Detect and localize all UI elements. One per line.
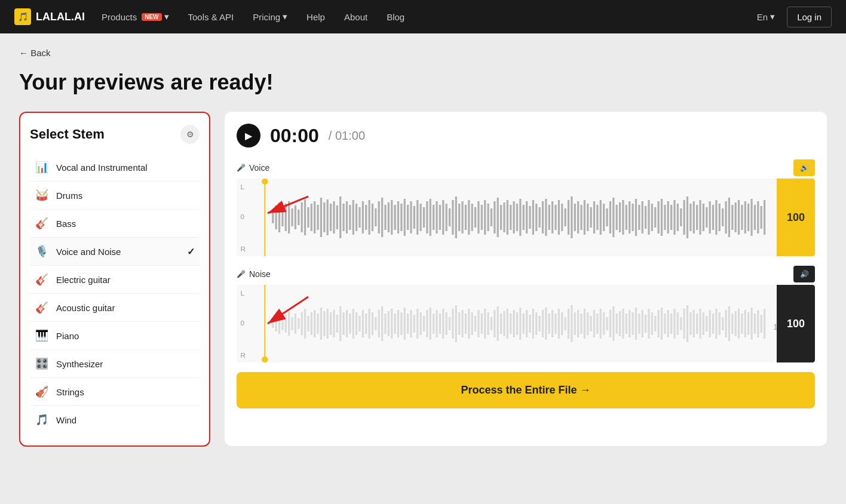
settings-icon[interactable]: ⚙ bbox=[180, 125, 200, 144]
svg-rect-166 bbox=[288, 312, 290, 336]
svg-text:0: 0 bbox=[240, 213, 244, 220]
svg-rect-190 bbox=[365, 314, 367, 334]
svg-rect-64 bbox=[477, 201, 479, 233]
svg-rect-277 bbox=[645, 315, 646, 333]
svg-rect-273 bbox=[632, 312, 633, 335]
stem-panel: Select Stem ⚙ 📊 Vocal and Instrumental 🥁… bbox=[19, 112, 210, 447]
svg-rect-119 bbox=[654, 207, 656, 228]
svg-rect-227 bbox=[484, 309, 486, 339]
volume-control-noise[interactable]: 100 bbox=[777, 285, 815, 362]
nav-blog[interactable]: Blog bbox=[379, 7, 412, 27]
stem-item-strings[interactable]: 🎻 Strings bbox=[30, 378, 200, 406]
svg-rect-3 bbox=[281, 208, 283, 226]
nav-products[interactable]: Products NEW ▾ bbox=[94, 7, 176, 27]
back-link[interactable]: ← Back bbox=[19, 48, 827, 58]
svg-rect-37 bbox=[391, 200, 393, 235]
svg-rect-215 bbox=[446, 312, 447, 335]
svg-rect-2 bbox=[278, 202, 280, 232]
svg-rect-62 bbox=[471, 204, 473, 231]
stem-item-vocal-instrumental[interactable]: 📊 Vocal and Instrumental bbox=[30, 153, 200, 182]
logo[interactable]: 🎵 LALAL.AI bbox=[14, 8, 85, 25]
svg-rect-88 bbox=[554, 205, 556, 230]
svg-rect-309 bbox=[747, 312, 749, 335]
svg-rect-188 bbox=[358, 316, 360, 331]
svg-rect-127 bbox=[680, 208, 682, 226]
svg-rect-128 bbox=[683, 200, 685, 235]
svg-rect-114 bbox=[638, 205, 640, 230]
svg-rect-274 bbox=[635, 308, 637, 340]
svg-rect-204 bbox=[410, 310, 412, 337]
svg-rect-122 bbox=[664, 205, 666, 230]
login-button[interactable]: Log in bbox=[787, 7, 832, 27]
svg-rect-294 bbox=[699, 309, 701, 339]
stem-item-drums[interactable]: 🥁 Drums bbox=[30, 182, 200, 210]
volume-control-voice[interactable]: 100 bbox=[777, 179, 815, 256]
svg-rect-218 bbox=[455, 305, 457, 342]
svg-rect-206 bbox=[416, 309, 418, 339]
stem-item-voice-noise[interactable]: 🎙️ Voice and Noise ✓ bbox=[30, 238, 200, 266]
noise-track: 🎤 Noise 🔊 bbox=[237, 266, 815, 362]
waveform-noise[interactable]: L 0 R 100 100 bbox=[237, 285, 815, 362]
process-button[interactable]: Process the Entire File → bbox=[237, 372, 815, 408]
svg-rect-118 bbox=[651, 204, 653, 231]
stem-item-piano[interactable]: 🎹 Piano bbox=[30, 322, 200, 350]
svg-rect-18 bbox=[330, 204, 332, 231]
svg-rect-59 bbox=[461, 201, 463, 233]
svg-rect-147 bbox=[744, 201, 746, 233]
svg-rect-49 bbox=[430, 199, 431, 236]
svg-rect-78 bbox=[523, 205, 525, 230]
svg-rect-265 bbox=[606, 317, 608, 330]
svg-rect-243 bbox=[535, 312, 537, 335]
stem-icon-acoustic: 🎸 bbox=[35, 301, 49, 314]
svg-text:R: R bbox=[240, 352, 246, 359]
svg-rect-20 bbox=[336, 205, 338, 229]
svg-rect-106 bbox=[612, 198, 614, 237]
lang-selector[interactable]: En ▾ bbox=[750, 7, 782, 27]
svg-rect-300 bbox=[719, 312, 721, 335]
svg-rect-124 bbox=[670, 205, 672, 230]
stem-item-synthesizer[interactable]: 🎛️ Synthesizer bbox=[30, 350, 200, 378]
svg-rect-46 bbox=[420, 204, 422, 231]
waveform-voice[interactable]: // Generated inline via SVG - draw wavef… bbox=[237, 179, 815, 256]
svg-rect-214 bbox=[442, 309, 444, 339]
svg-rect-17 bbox=[327, 199, 329, 235]
svg-rect-61 bbox=[468, 200, 470, 235]
svg-rect-133 bbox=[699, 200, 701, 235]
nav-pricing[interactable]: Pricing ▾ bbox=[246, 7, 295, 27]
volume-button-voice[interactable]: 🔊 bbox=[793, 159, 815, 176]
stem-item-wind[interactable]: 🎵 Wind bbox=[30, 406, 200, 434]
svg-rect-55 bbox=[449, 208, 450, 226]
stem-item-bass[interactable]: 🎸 Bass bbox=[30, 210, 200, 238]
stem-item-acoustic-guitar[interactable]: 🎸 Acoustic guitar bbox=[30, 294, 200, 322]
track-header-noise: 🎤 Noise 🔊 bbox=[237, 266, 815, 282]
svg-rect-191 bbox=[368, 309, 370, 339]
svg-rect-272 bbox=[629, 310, 630, 337]
nav-tools[interactable]: Tools & API bbox=[181, 7, 241, 27]
svg-rect-79 bbox=[526, 201, 528, 233]
svg-rect-189 bbox=[362, 310, 364, 337]
play-button[interactable]: ▶ bbox=[237, 124, 260, 147]
svg-rect-38 bbox=[394, 205, 396, 230]
svg-rect-246 bbox=[545, 308, 547, 340]
svg-rect-0 bbox=[272, 211, 274, 223]
volume-value-noise: 100 bbox=[787, 318, 805, 330]
svg-rect-305 bbox=[735, 311, 737, 336]
svg-rect-44 bbox=[413, 206, 415, 229]
svg-rect-292 bbox=[693, 310, 695, 337]
nav-about[interactable]: About bbox=[337, 7, 375, 27]
stem-item-electric-guitar[interactable]: 🎸 Electric guitar bbox=[30, 266, 200, 294]
svg-rect-177 bbox=[323, 311, 325, 336]
svg-rect-125 bbox=[673, 200, 675, 235]
svg-rect-168 bbox=[295, 314, 296, 334]
svg-point-316 bbox=[262, 357, 268, 362]
svg-rect-161 bbox=[272, 319, 274, 328]
svg-rect-288 bbox=[680, 317, 682, 330]
svg-rect-29 bbox=[365, 205, 367, 230]
stem-label: Voice and Noise bbox=[56, 247, 121, 257]
volume-button-noise[interactable]: 🔊 bbox=[793, 266, 815, 282]
svg-rect-233 bbox=[503, 311, 505, 336]
svg-rect-211 bbox=[433, 314, 434, 334]
svg-rect-116 bbox=[645, 206, 646, 229]
svg-rect-23 bbox=[346, 201, 348, 233]
nav-help[interactable]: Help bbox=[299, 7, 332, 27]
